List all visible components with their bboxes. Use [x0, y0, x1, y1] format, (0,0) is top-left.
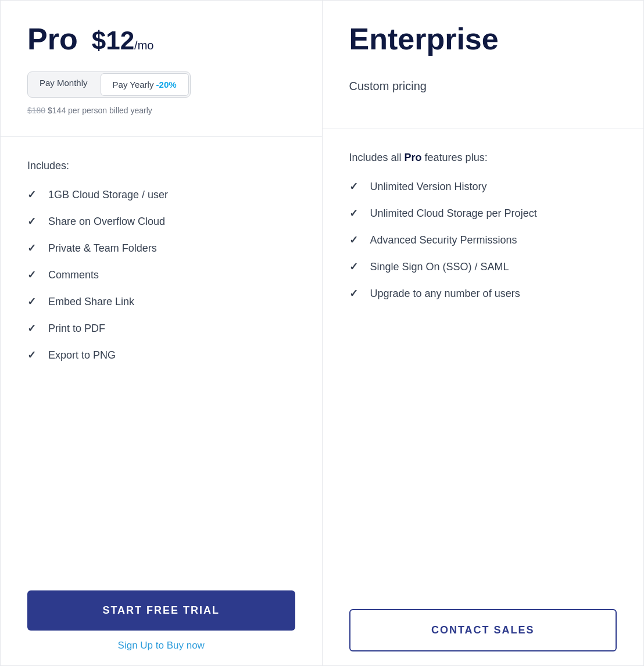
feature-text: Comments — [48, 269, 99, 281]
enterprise-features-section: Includes all Pro features plus: ✓Unlimit… — [323, 128, 644, 609]
pricing-container: Pro $12/mo Pay Monthly Pay Yearly -20% $… — [0, 0, 644, 666]
list-item: ✓Embed Share Link — [27, 295, 295, 308]
check-icon: ✓ — [349, 180, 361, 193]
check-icon: ✓ — [349, 287, 361, 300]
custom-pricing-label: Custom pricing — [349, 70, 617, 93]
pro-features-section: Includes: ✓1GB Cloud Storage / user✓Shar… — [1, 137, 322, 590]
pro-cta-section: START FREE TRIAL Sign Up to Buy now — [1, 590, 322, 665]
contact-sales-button[interactable]: CONTACT SALES — [349, 609, 617, 651]
pro-plan-column: Pro $12/mo Pay Monthly Pay Yearly -20% $… — [1, 1, 323, 665]
list-item: ✓Comments — [27, 268, 295, 281]
check-icon: ✓ — [349, 260, 361, 273]
feature-text: Upgrade to any number of users — [370, 288, 520, 300]
feature-text: Private & Team Folders — [48, 242, 157, 255]
check-icon: ✓ — [27, 322, 39, 335]
feature-text: Advanced Security Permissions — [370, 234, 517, 246]
enterprise-plan-header: Enterprise Custom pricing — [323, 1, 644, 128]
list-item: ✓Advanced Security Permissions — [349, 234, 617, 246]
feature-text: 1GB Cloud Storage / user — [48, 189, 168, 201]
check-icon: ✓ — [27, 295, 39, 308]
list-item: ✓Unlimited Cloud Storage per Project — [349, 207, 617, 220]
check-icon: ✓ — [27, 215, 39, 228]
enterprise-cta-section: CONTACT SALES — [323, 609, 644, 665]
list-item: ✓Single Sign On (SSO) / SAML — [349, 260, 617, 273]
check-icon: ✓ — [349, 234, 361, 246]
enterprise-title: Enterprise — [349, 24, 499, 54]
list-item: ✓1GB Cloud Storage / user — [27, 188, 295, 201]
pro-price: $12/mo — [92, 26, 154, 55]
feature-text: Embed Share Link — [48, 296, 134, 308]
enterprise-features-label: Includes all Pro features plus: — [349, 152, 617, 164]
billing-toggle[interactable]: Pay Monthly Pay Yearly -20% — [27, 71, 191, 98]
feature-text: Export to PNG — [48, 349, 116, 361]
list-item: ✓Print to PDF — [27, 322, 295, 335]
sign-up-link[interactable]: Sign Up to Buy now — [118, 640, 205, 651]
list-item: ✓Upgrade to any number of users — [349, 287, 617, 300]
enterprise-title-row: Enterprise — [349, 24, 617, 54]
check-icon: ✓ — [349, 207, 361, 220]
billing-note: $180 $144 per person billed yearly — [27, 106, 295, 115]
enterprise-plan-column: Enterprise Custom pricing Includes all P… — [323, 1, 644, 665]
list-item: ✓Share on Overflow Cloud — [27, 215, 295, 228]
feature-text: Unlimited Version History — [370, 181, 487, 193]
check-icon: ✓ — [27, 242, 39, 255]
pro-title-row: Pro $12/mo — [27, 24, 295, 55]
pay-yearly-option[interactable]: Pay Yearly -20% — [101, 73, 189, 96]
feature-text: Single Sign On (SSO) / SAML — [370, 261, 509, 273]
pro-feature-list: ✓1GB Cloud Storage / user✓Share on Overf… — [27, 188, 295, 567]
check-icon: ✓ — [27, 188, 39, 201]
pro-features-label: Includes: — [27, 160, 295, 172]
feature-text: Unlimited Cloud Storage per Project — [370, 207, 537, 220]
list-item: ✓Unlimited Version History — [349, 180, 617, 193]
pay-monthly-option[interactable]: Pay Monthly — [28, 72, 99, 97]
pro-plan-header: Pro $12/mo Pay Monthly Pay Yearly -20% $… — [1, 1, 322, 137]
pro-title: Pro — [27, 24, 78, 54]
feature-text: Share on Overflow Cloud — [48, 216, 165, 228]
list-item: ✓Export to PNG — [27, 349, 295, 361]
enterprise-feature-list: ✓Unlimited Version History✓Unlimited Clo… — [349, 180, 617, 586]
check-icon: ✓ — [27, 349, 39, 361]
check-icon: ✓ — [27, 268, 39, 281]
list-item: ✓Private & Team Folders — [27, 242, 295, 255]
start-free-trial-button[interactable]: START FREE TRIAL — [27, 590, 295, 631]
feature-text: Print to PDF — [48, 323, 105, 335]
